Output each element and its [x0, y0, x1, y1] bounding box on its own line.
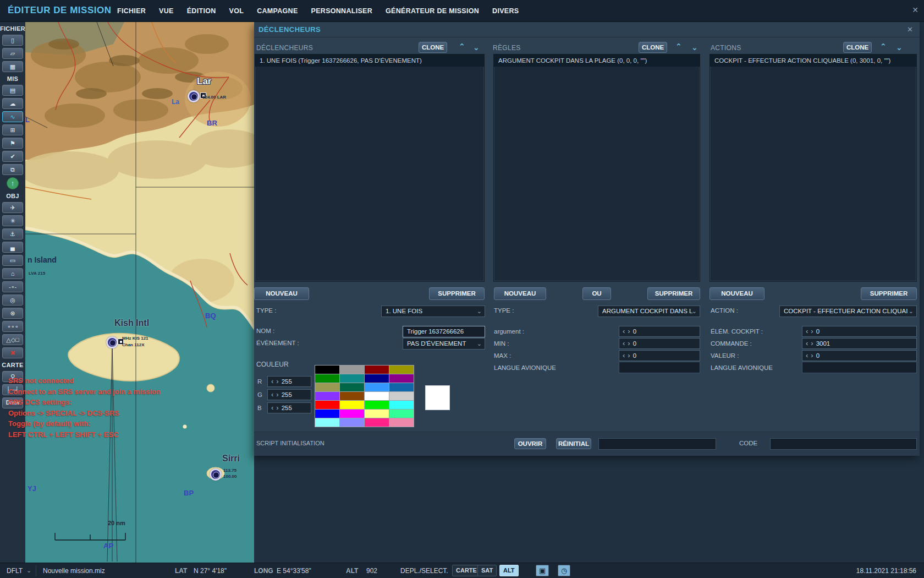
blue-stepper[interactable]: ‹ › 255 — [267, 402, 311, 413]
step-right-icon[interactable]: › — [628, 351, 630, 361]
map-view[interactable] — [25, 22, 254, 563]
palette-swatch[interactable] — [389, 410, 414, 418]
menu-item--dition[interactable]: ÉDITION — [187, 7, 216, 15]
palette-swatch[interactable] — [315, 383, 339, 391]
open-script-button[interactable]: OUVRIR — [514, 438, 546, 449]
add-vehicle-button[interactable]: ▄ — [2, 242, 23, 253]
script-file-input[interactable] — [598, 438, 716, 450]
palette-swatch[interactable] — [365, 410, 389, 418]
palette-swatch[interactable] — [340, 374, 364, 383]
step-left-icon[interactable]: ‹ — [271, 390, 273, 400]
triggers-list[interactable]: 1. UNE FOIS (Trigger 1637266626, PAS D'É… — [255, 54, 485, 282]
open-mission-button[interactable]: ▱ — [2, 48, 23, 59]
palette-swatch[interactable] — [389, 366, 414, 374]
linked-groups-button[interactable]: ⧉ — [2, 164, 23, 175]
list-item[interactable]: 1. UNE FOIS (Trigger 1637266626, PAS D'É… — [255, 54, 484, 67]
field-stepper[interactable]: ‹›0 — [619, 338, 700, 349]
airport-icon-lar[interactable] — [188, 90, 200, 102]
delete-object-button[interactable]: ✖ — [2, 347, 23, 358]
avionics-language-input[interactable] — [619, 362, 700, 373]
unit-groups-button[interactable]: ∘∘∘ — [2, 321, 23, 332]
alt-layer-button[interactable]: ALT — [499, 565, 519, 576]
save-mission-button[interactable]: ▦ — [2, 61, 23, 72]
rules-list[interactable]: ARGUMENT COCKPIT DANS LA PLAGE (0, 0, 0,… — [493, 54, 700, 282]
trigger-type-select[interactable]: 1. UNE FOIS⌄ — [381, 306, 485, 317]
step-left-icon[interactable]: ‹ — [623, 351, 625, 361]
step-left-icon[interactable]: ‹ — [623, 339, 625, 348]
new-trigger-button[interactable]: NOUVEAU — [254, 287, 309, 300]
menu-item-g-n-rateur-de-mission[interactable]: GÉNÉRATEUR DE MISSION — [386, 7, 479, 15]
palette-swatch[interactable] — [315, 374, 339, 383]
list-item[interactable]: COCKPIT - EFFECTUER ACTION CLIQUABLE (0,… — [710, 54, 916, 67]
step-right-icon[interactable]: › — [811, 351, 813, 361]
menu-item-vol[interactable]: VOL — [229, 7, 244, 15]
green-stepper[interactable]: ‹ › 255 — [267, 389, 311, 400]
palette-swatch[interactable] — [340, 366, 364, 374]
panel-close-icon[interactable]: ✕ — [907, 25, 913, 34]
add-static-object-button[interactable]: ▭ — [2, 255, 23, 266]
weather-button[interactable]: ☁ — [2, 98, 23, 109]
menu-item-campagne[interactable]: CAMPAGNE — [257, 7, 298, 15]
palette-swatch[interactable] — [389, 418, 414, 427]
palette-swatch[interactable] — [389, 401, 414, 409]
move-trigger-up-icon[interactable]: ⌃ — [459, 42, 465, 51]
delete-trigger-button[interactable]: SUPPRIMER — [429, 287, 485, 300]
validate-mission-button[interactable]: ✔ — [2, 151, 23, 162]
step-right-icon[interactable]: › — [628, 326, 630, 336]
step-left-icon[interactable]: ‹ — [271, 377, 273, 386]
move-action-down-icon[interactable]: ⌄ — [896, 43, 903, 52]
menu-item-personnaliser[interactable]: PERSONNALISER — [311, 7, 373, 15]
step-left-icon[interactable]: ‹ — [806, 339, 808, 348]
template-button[interactable]: ◎ — [2, 295, 23, 306]
airport-icon-kish[interactable] — [106, 336, 118, 348]
reset-script-button[interactable]: RÉINITIAL — [556, 438, 591, 449]
palette-swatch[interactable] — [389, 392, 414, 400]
red-stepper[interactable]: ‹ › 255 — [267, 376, 311, 387]
sat-layer-button[interactable]: SAT — [477, 565, 497, 576]
step-right-icon[interactable]: › — [811, 326, 813, 336]
clone-trigger-button[interactable]: CLONE — [419, 42, 447, 53]
palette-swatch[interactable] — [365, 401, 389, 409]
move-action-up-icon[interactable]: ⌃ — [880, 42, 887, 51]
rule-type-select[interactable]: ARGUMENT COCKPIT DANS L⌄ — [598, 306, 700, 317]
palette-swatch[interactable] — [365, 383, 389, 391]
shapes-button[interactable]: △◇□ — [2, 334, 23, 345]
field-stepper[interactable]: ‹›0 — [802, 326, 917, 337]
add-waypoint-button[interactable]: -∘- — [2, 281, 23, 292]
jump-to-map-button[interactable]: ↑ — [7, 177, 19, 189]
flag-tool-button[interactable]: ⚑ — [2, 138, 23, 149]
map-layer-button[interactable]: CARTE — [452, 565, 481, 576]
palette-swatch[interactable] — [365, 418, 389, 427]
palette-swatch[interactable] — [340, 410, 364, 418]
avionics-language-input[interactable] — [802, 362, 917, 373]
trigger-name-input[interactable]: Trigger 1637266626 — [403, 326, 485, 337]
field-stepper[interactable]: ‹›0 — [802, 350, 917, 361]
step-right-icon[interactable]: › — [276, 403, 278, 413]
palette-swatch[interactable] — [389, 383, 414, 391]
palette-swatch[interactable] — [315, 401, 339, 409]
new-rule-button[interactable]: NOUVEAU — [494, 287, 546, 300]
step-left-icon[interactable]: ‹ — [271, 403, 273, 413]
or-rule-button[interactable]: OU — [582, 287, 611, 300]
step-right-icon[interactable]: › — [276, 377, 278, 386]
add-airplane-button[interactable]: ✈ — [2, 202, 23, 213]
close-icon[interactable]: ✕ — [912, 6, 919, 14]
trigger-event-select[interactable]: PAS D'ÉVENEMENT⌄ — [403, 338, 485, 350]
clone-action-button[interactable]: CLONE — [843, 42, 872, 53]
menu-item-vue[interactable]: VUE — [159, 7, 174, 15]
briefing-button[interactable]: ▤ — [2, 85, 23, 96]
time-icon[interactable]: ◷ — [558, 565, 570, 576]
add-ship-button[interactable]: ⚓ — [2, 228, 23, 239]
add-structure-button[interactable]: ⌂ — [2, 268, 23, 279]
palette-swatch[interactable] — [340, 383, 364, 391]
step-left-icon[interactable]: ‹ — [806, 351, 808, 361]
menu-item-fichier[interactable]: FICHIER — [117, 7, 146, 15]
field-stepper[interactable]: ‹›3001 — [802, 338, 917, 349]
step-right-icon[interactable]: › — [276, 390, 278, 400]
step-right-icon[interactable]: › — [628, 339, 630, 348]
palette-swatch[interactable] — [365, 374, 389, 383]
trigger-zone-button[interactable]: ⊗ — [2, 308, 23, 319]
menu-item-divers[interactable]: DIVERS — [492, 7, 519, 15]
field-stepper[interactable]: ‹›0 — [619, 326, 700, 337]
delete-rule-button[interactable]: SUPPRIMER — [647, 287, 700, 300]
